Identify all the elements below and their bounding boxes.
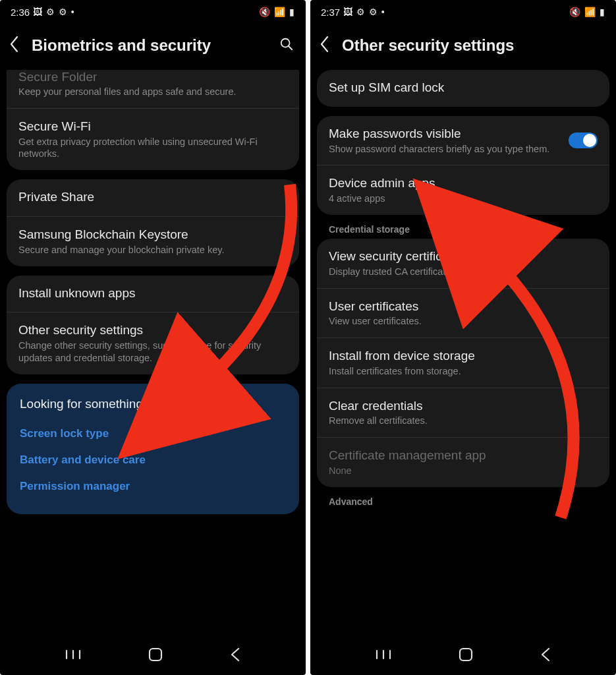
row-title: Install from device storage bbox=[329, 348, 598, 364]
row-clear-creds[interactable]: Clear credentials Remove all certificate… bbox=[317, 388, 609, 438]
row-title-cutoff: Secure Folder bbox=[18, 70, 287, 84]
page-title: Other security settings bbox=[342, 36, 604, 55]
row-install-unknown[interactable]: Install unknown apps bbox=[7, 276, 299, 312]
nav-bar bbox=[310, 641, 616, 675]
row-title: View security certificates bbox=[329, 249, 598, 264]
row-sub: Secure and manage your blockchain privat… bbox=[18, 244, 287, 256]
row-title: Secure Wi-Fi bbox=[18, 119, 287, 134]
row-sub: Change other security settings, such as … bbox=[18, 339, 287, 365]
app-bar: Biometrics and security bbox=[0, 21, 306, 70]
row-sub: Keep your personal files and apps safe a… bbox=[18, 86, 287, 98]
nav-home-icon[interactable] bbox=[458, 647, 474, 665]
status-app-icons: 🖼 ⚙ ⚙ • bbox=[343, 7, 385, 17]
row-sub: Remove all certificates. bbox=[329, 415, 598, 427]
suggestions-card: Looking for something else? Screen lock … bbox=[7, 384, 299, 514]
content-area[interactable]: Secure Folder Keep your personal files a… bbox=[0, 70, 306, 641]
suggest-link-screen-lock[interactable]: Screen lock type bbox=[20, 421, 286, 447]
row-title: Clear credentials bbox=[329, 398, 598, 414]
row-title: Make passwords visible bbox=[329, 126, 561, 142]
nav-recents-icon[interactable] bbox=[375, 649, 392, 663]
back-icon[interactable] bbox=[320, 36, 330, 55]
suggestions-heading: Looking for something else? bbox=[20, 397, 286, 411]
nav-back-icon[interactable] bbox=[540, 647, 551, 664]
search-icon[interactable] bbox=[279, 37, 294, 54]
row-other-security[interactable]: Other security settings Change other sec… bbox=[7, 312, 299, 374]
phone-right: 2:37 🖼 ⚙ ⚙ • 🔇 📶 ▮ Other security settin… bbox=[310, 0, 616, 675]
row-sim-lock[interactable]: Set up SIM card lock bbox=[317, 70, 609, 107]
status-system-icons: 🔇 📶 ▮ bbox=[259, 7, 295, 17]
nav-recents-icon[interactable] bbox=[65, 649, 82, 663]
row-private-share[interactable]: Private Share bbox=[7, 179, 299, 216]
nav-bar bbox=[0, 641, 306, 675]
status-time: 2:37 bbox=[321, 7, 340, 18]
card-share: Private Share Samsung Blockchain Keystor… bbox=[7, 179, 299, 266]
suggest-link-permission[interactable]: Permission manager bbox=[20, 473, 286, 500]
section-credential-storage: Credential storage bbox=[317, 224, 609, 239]
row-passwords-visible[interactable]: Make passwords visible Show password cha… bbox=[317, 116, 609, 165]
app-bar: Other security settings bbox=[310, 21, 616, 70]
svg-rect-1 bbox=[150, 649, 161, 660]
row-device-admin[interactable]: Device admin apps 4 active apps bbox=[317, 165, 609, 215]
row-secure-wifi[interactable]: Secure Wi-Fi Get extra privacy protectio… bbox=[7, 108, 299, 170]
status-app-icons: 🖼 ⚙ ⚙ • bbox=[33, 7, 75, 17]
row-sub: None bbox=[329, 465, 598, 477]
row-title: User certificates bbox=[329, 299, 598, 314]
row-sub: 4 active apps bbox=[329, 192, 598, 205]
phone-left: 2:36 🖼 ⚙ ⚙ • 🔇 📶 ▮ Biometrics and securi… bbox=[0, 0, 306, 675]
row-title: Certificate management app bbox=[329, 448, 598, 463]
row-title: Private Share bbox=[18, 189, 287, 205]
card-sim: Set up SIM card lock bbox=[317, 70, 609, 107]
row-title: Samsung Blockchain Keystore bbox=[18, 227, 287, 243]
status-bar: 2:37 🖼 ⚙ ⚙ • 🔇 📶 ▮ bbox=[310, 0, 616, 21]
nav-home-icon[interactable] bbox=[148, 647, 163, 665]
row-view-certs[interactable]: View security certificates Display trust… bbox=[317, 239, 609, 288]
row-title: Install unknown apps bbox=[18, 285, 287, 301]
row-secure-folder[interactable]: Secure Folder Keep your personal files a… bbox=[7, 70, 299, 108]
back-icon[interactable] bbox=[9, 36, 20, 55]
row-title: Set up SIM card lock bbox=[329, 80, 598, 96]
row-sub: Show password characters briefly as you … bbox=[329, 143, 561, 156]
card-secure: Secure Folder Keep your personal files a… bbox=[7, 70, 299, 170]
row-user-certs[interactable]: User certificates View user certificates… bbox=[317, 288, 609, 338]
card-passwords-admin: Make passwords visible Show password cha… bbox=[317, 116, 609, 215]
row-sub: Get extra privacy protection while using… bbox=[18, 136, 287, 161]
row-title: Other security settings bbox=[18, 322, 287, 338]
section-advanced: Advanced bbox=[317, 496, 609, 511]
row-sub: Display trusted CA certificates. bbox=[329, 266, 598, 278]
toggle-passwords-visible[interactable] bbox=[569, 132, 598, 148]
page-title: Biometrics and security bbox=[32, 36, 267, 55]
row-cert-management[interactable]: Certificate management app None bbox=[317, 437, 609, 487]
row-sub: Install certificates from storage. bbox=[329, 365, 598, 378]
svg-rect-2 bbox=[460, 649, 472, 660]
card-credential: View security certificates Display trust… bbox=[317, 239, 609, 487]
card-install: Install unknown apps Other security sett… bbox=[7, 276, 299, 374]
row-install-storage[interactable]: Install from device storage Install cert… bbox=[317, 338, 609, 388]
status-time: 2:36 bbox=[11, 7, 30, 18]
status-bar: 2:36 🖼 ⚙ ⚙ • 🔇 📶 ▮ bbox=[0, 0, 306, 21]
row-title: Device admin apps bbox=[329, 175, 598, 191]
content-area[interactable]: Set up SIM card lock Make passwords visi… bbox=[310, 70, 616, 641]
nav-back-icon[interactable] bbox=[229, 647, 241, 664]
suggest-link-battery[interactable]: Battery and device care bbox=[20, 447, 286, 473]
row-blockchain[interactable]: Samsung Blockchain Keystore Secure and m… bbox=[7, 216, 299, 266]
status-system-icons: 🔇 📶 ▮ bbox=[569, 7, 605, 17]
row-sub: View user certificates. bbox=[329, 315, 598, 328]
